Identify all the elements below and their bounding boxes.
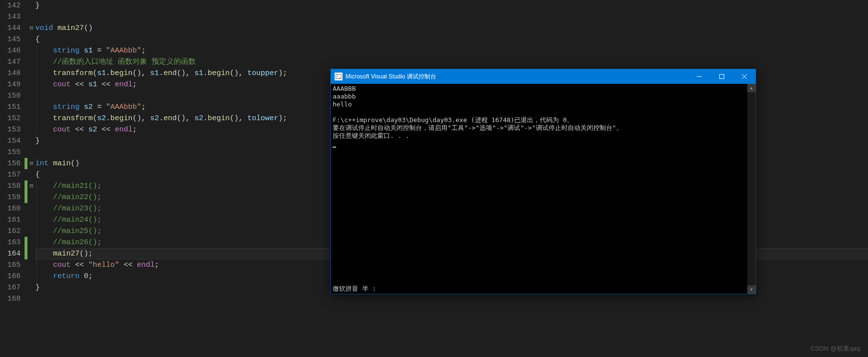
fold-column[interactable]: ⊟⊟⊟ [27,0,35,357]
console-title: Microsoft Visual Studio 调试控制台 [345,73,688,81]
fold-spacer [27,293,35,305]
line-number: 153 [0,124,21,135]
scrollbar-up-button[interactable]: ▲ [747,84,756,92]
fold-spacer [27,135,35,147]
svg-rect-3 [720,75,724,79]
line-number: 147 [0,56,21,68]
console-scrollbar[interactable]: ▲ ▼ [747,84,756,294]
close-button[interactable] [733,69,756,84]
fold-spacer [27,113,35,124]
line-number: 152 [0,113,21,124]
line-number: 161 [0,214,21,226]
fold-spacer [27,124,35,135]
console-body: AAABBB aaabbb hello F:\c++improve\day03\… [331,84,756,294]
line-number-gutter: 1421431441451461471481491501511521531541… [0,0,25,357]
fold-spacer [27,102,35,113]
maximize-button[interactable] [710,69,733,84]
fold-spacer [27,68,35,79]
ime-status: 微软拼音 半 : [333,285,376,293]
scrollbar-track[interactable] [747,92,756,285]
fold-spacer [27,90,35,102]
code-line[interactable] [35,293,868,305]
line-number: 160 [0,203,21,214]
console-output[interactable]: AAABBB aaabbb hello F:\c++improve\day03\… [331,84,747,294]
line-number: 163 [0,237,21,248]
fold-spacer [27,226,35,237]
fold-spacer [27,169,35,180]
fold-spacer [27,271,35,282]
fold-toggle-icon[interactable]: ⊟ [27,158,35,169]
line-number: 166 [0,271,21,282]
line-number: 157 [0,169,21,180]
debug-console-window[interactable]: >_ Microsoft Visual Studio 调试控制台 AAABBB … [330,69,756,294]
minimize-button[interactable] [688,69,710,84]
fold-spacer [27,237,35,248]
line-number: 159 [0,192,21,203]
fold-spacer [27,34,35,45]
code-line[interactable]: { [35,34,868,45]
line-number: 145 [0,34,21,45]
scrollbar-down-button[interactable]: ▼ [747,285,756,294]
fold-spacer [27,11,35,23]
fold-spacer [27,147,35,158]
line-number: 168 [0,293,21,305]
line-number: 151 [0,102,21,113]
line-number: 164 [0,248,21,259]
line-number: 150 [0,90,21,102]
fold-spacer [27,0,35,11]
fold-spacer [27,192,35,203]
code-line[interactable]: } [35,0,868,11]
fold-spacer [27,203,35,214]
line-number: 144 [0,23,21,34]
line-number: 143 [0,11,21,23]
code-line[interactable]: void main27() [35,23,868,34]
line-number: 158 [0,180,21,192]
fold-spacer [27,45,35,56]
fold-spacer [27,56,35,68]
line-number: 165 [0,259,21,271]
fold-spacer [27,248,35,259]
svg-text:>_: >_ [337,75,341,78]
console-app-icon: >_ [335,73,342,80]
fold-spacer [27,79,35,90]
fold-toggle-icon[interactable]: ⊟ [27,180,35,192]
code-line[interactable]: //函数的入口地址 函数对象 预定义的函数 [35,56,868,68]
console-cursor [333,147,336,148]
line-number: 148 [0,68,21,79]
fold-spacer [27,282,35,293]
code-line[interactable] [35,11,868,23]
code-line[interactable]: string s1 = "AAAbbb"; [35,45,868,56]
line-number: 154 [0,135,21,147]
line-number: 162 [0,226,21,237]
fold-toggle-icon[interactable]: ⊟ [27,23,35,34]
line-number: 155 [0,147,21,158]
fold-spacer [27,259,35,271]
line-number: 146 [0,45,21,56]
console-titlebar[interactable]: >_ Microsoft Visual Studio 调试控制台 [331,69,756,84]
line-number: 149 [0,79,21,90]
fold-spacer [27,214,35,226]
line-number: 142 [0,0,21,11]
line-number: 156 [0,158,21,169]
line-number: 167 [0,282,21,293]
